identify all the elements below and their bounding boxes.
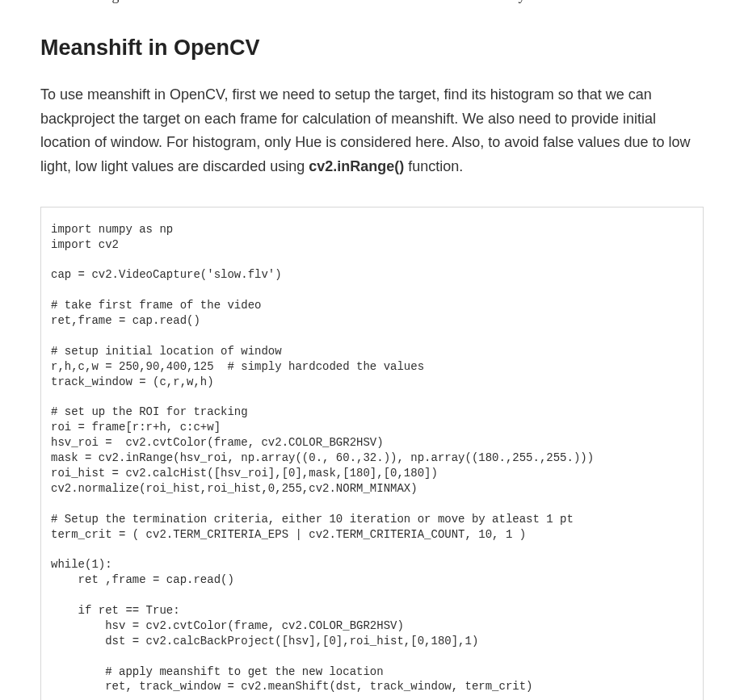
inline-code-cv2-inrange: cv2.inRange() [309, 158, 404, 174]
code-content: import numpy as np import cv2 cap = cv2.… [51, 223, 594, 700]
cutoff-line-text: meanshift algorithm moves our window to … [40, 0, 528, 8]
intro-paragraph: To use meanshift in OpenCV, first we nee… [40, 83, 704, 179]
content-area: meanshift algorithm moves our window to … [0, 0, 744, 700]
previous-paragraph-fragment: meanshift algorithm moves our window to … [40, 0, 704, 8]
paragraph-text-post: function. [404, 158, 463, 174]
code-block: import numpy as np import cv2 cap = cv2.… [40, 207, 704, 700]
section-heading: Meanshift in OpenCV [40, 36, 704, 61]
